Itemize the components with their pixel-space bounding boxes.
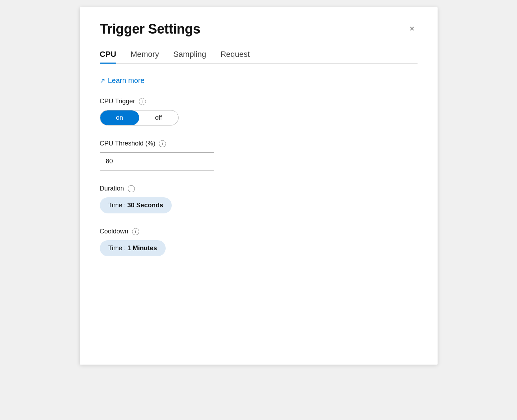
dialog-title: Trigger Settings xyxy=(100,21,200,37)
duration-label-group: Duration i xyxy=(100,185,418,192)
tab-cpu[interactable]: CPU xyxy=(100,50,116,63)
duration-section: Duration i Time : 30 Seconds xyxy=(100,185,418,213)
cpu-threshold-section: CPU Threshold (%) i xyxy=(100,140,418,171)
cooldown-info-icon[interactable]: i xyxy=(132,228,139,235)
tab-sampling[interactable]: Sampling xyxy=(173,50,206,63)
cpu-trigger-toggle: on off xyxy=(100,110,179,125)
learn-more-label: Learn more xyxy=(108,76,145,85)
duration-label: Duration xyxy=(100,185,124,192)
cooldown-label: Cooldown xyxy=(100,228,128,235)
trigger-settings-dialog: Trigger Settings × CPU Memory Sampling R… xyxy=(80,7,438,365)
cooldown-label-group: Cooldown i xyxy=(100,228,418,235)
toggle-off-button[interactable]: off xyxy=(139,110,178,125)
learn-more-link[interactable]: ↗ Learn more xyxy=(100,76,418,85)
duration-info-icon[interactable]: i xyxy=(128,185,135,192)
cpu-trigger-info-icon[interactable]: i xyxy=(139,98,146,105)
dialog-header: Trigger Settings × xyxy=(100,21,418,37)
tabs-container: CPU Memory Sampling Request xyxy=(100,50,418,64)
tab-memory[interactable]: Memory xyxy=(131,50,159,63)
toggle-on-button[interactable]: on xyxy=(100,110,139,125)
cooldown-time-value: 1 Minutes xyxy=(127,244,157,252)
cpu-trigger-label-group: CPU Trigger i xyxy=(100,98,418,105)
cooldown-time-prefix: Time : xyxy=(108,244,126,252)
cpu-threshold-label-group: CPU Threshold (%) i xyxy=(100,140,418,147)
tab-request[interactable]: Request xyxy=(220,50,250,63)
duration-time-value: 30 Seconds xyxy=(127,202,163,209)
duration-time-prefix: Time : xyxy=(108,202,126,209)
cooldown-badge[interactable]: Time : 1 Minutes xyxy=(100,240,166,256)
cpu-trigger-section: CPU Trigger i on off xyxy=(100,98,418,125)
cpu-threshold-input[interactable] xyxy=(100,152,214,171)
cpu-threshold-label: CPU Threshold (%) xyxy=(100,140,156,147)
cpu-trigger-label: CPU Trigger xyxy=(100,98,135,105)
cpu-threshold-info-icon[interactable]: i xyxy=(159,140,166,147)
external-link-icon: ↗ xyxy=(100,77,105,85)
close-button[interactable]: × xyxy=(406,23,417,34)
duration-badge[interactable]: Time : 30 Seconds xyxy=(100,197,172,213)
cooldown-section: Cooldown i Time : 1 Minutes xyxy=(100,228,418,256)
